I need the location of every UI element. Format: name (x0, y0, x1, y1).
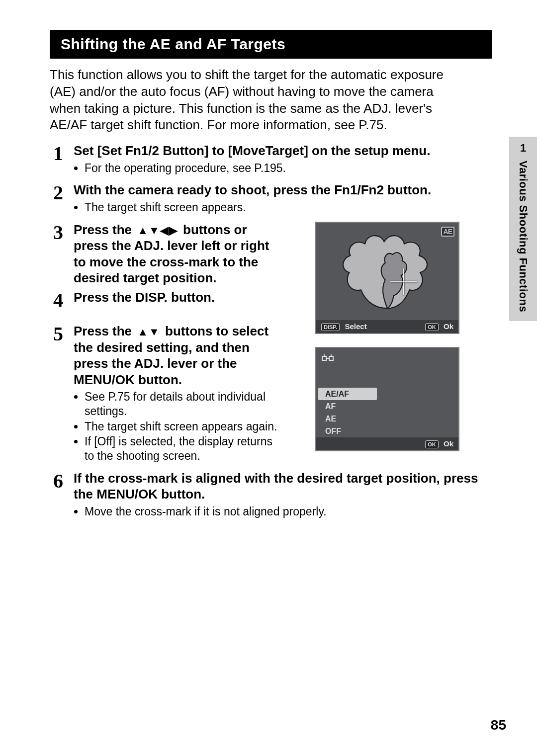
step-title: Press the DISP. button. (74, 289, 282, 306)
step-note: For the operating procedure, see P.195. (85, 161, 482, 175)
manual-page: Shifting the AE and AF Targets This func… (0, 0, 537, 756)
direction-arrows-icon: ▲▼◀▶ (137, 225, 178, 236)
setting-option-list: AE/AF AF AE OFF (321, 388, 376, 438)
step-number: 3 (50, 222, 67, 286)
ok-keycap-icon: OK (425, 323, 439, 331)
disp-keycap-icon: DISP. (321, 323, 340, 331)
option-off: OFF (321, 425, 376, 437)
step-note: If [Off] is selected, the display return… (85, 434, 282, 463)
section-heading: Shifting the AE and AF Targets (50, 30, 492, 59)
target-mode-icon (321, 353, 334, 364)
step-title: With the camera ready to shoot, press th… (74, 182, 482, 198)
footer-right-label: Ok (444, 439, 453, 448)
step-note: Move the cross-mark if it is not aligned… (85, 504, 482, 519)
intro-paragraph: This function allows you to shift the ta… (50, 67, 492, 134)
step-number: 1 (50, 143, 67, 179)
footer-right-label: Ok (444, 322, 453, 331)
setting-select-screen: AE/AF AF AE OFF OK Ok (315, 347, 459, 451)
option-ae: AE (321, 413, 376, 425)
step-3: 3 Press the ▲▼◀▶ buttons or press the AD… (50, 222, 308, 286)
option-aeaf: AE/AF (318, 388, 377, 400)
footer-left-label: Select (345, 322, 366, 331)
step-6: 6 If the cross-mark is aligned with the … (50, 470, 482, 523)
svg-rect-0 (322, 356, 326, 360)
step-note: See P.75 for details about individual se… (85, 390, 282, 419)
step-number: 4 (50, 289, 67, 321)
step-number: 6 (50, 470, 67, 523)
side-thumb-tab: 1 Various Shooting Functions (509, 137, 537, 321)
target-shift-screen: AE DISP. Select (315, 222, 459, 334)
step-title: Press the ▲▼◀▶ buttons or press the ADJ.… (74, 222, 282, 286)
step-1: 1 Set [Set Fn1/2 Button] to [MoveTarget]… (50, 143, 482, 179)
steps-list: 1 Set [Set Fn1/2 Button] to [MoveTarget]… (50, 143, 492, 523)
step-title: Set [Set Fn1/2 Button] to [MoveTarget] o… (74, 143, 482, 159)
step-title: Press the ▲▼ buttons to select the desir… (74, 323, 282, 388)
cross-mark-icon (390, 268, 417, 295)
camera-screens: AE DISP. Select (315, 222, 464, 451)
screen-footer: OK Ok (316, 437, 458, 450)
step-4: 4 Press the DISP. button. (50, 289, 308, 321)
step-number: 5 (50, 323, 67, 467)
side-tab-number: 1 (509, 142, 537, 155)
step-number: 2 (50, 182, 67, 218)
side-tab-label: Various Shooting Functions (517, 161, 530, 312)
page-number: 85 (491, 717, 506, 733)
step-2: 2 With the camera ready to shoot, press … (50, 182, 482, 218)
step-note: The target shift screen appears again. (85, 420, 282, 434)
svg-rect-1 (329, 356, 333, 360)
step-note: The target shift screen appears. (85, 200, 482, 215)
up-down-arrows-icon: ▲▼ (137, 327, 160, 337)
ok-keycap-icon: OK (425, 440, 439, 448)
step-5: 5 Press the ▲▼ buttons to select the des… (50, 323, 308, 467)
screen-footer: DISP. Select OK Ok (316, 320, 458, 333)
step-title: If the cross-mark is aligned with the de… (74, 470, 482, 503)
flower-illustration (316, 223, 458, 320)
option-af: AF (321, 400, 376, 413)
